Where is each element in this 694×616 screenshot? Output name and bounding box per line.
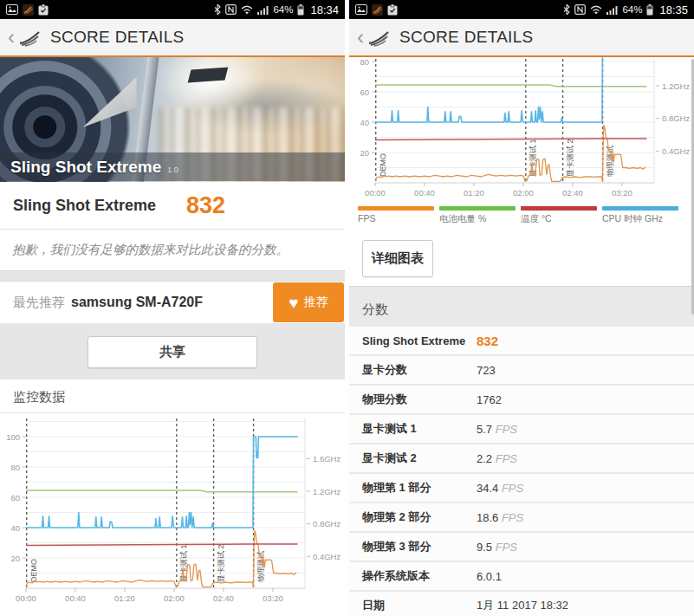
svg-text:0.4GHz: 0.4GHz: [662, 146, 690, 156]
nfc-icon: [225, 4, 237, 15]
share-button[interactable]: 共享: [88, 336, 257, 368]
row-unit: FPS: [492, 541, 517, 554]
back-icon[interactable]: ‹: [357, 27, 364, 48]
battery-icon: [297, 4, 304, 16]
signal-icon: [257, 5, 269, 15]
svg-text:00:40: 00:40: [65, 593, 86, 603]
hero-pyramid-art: [83, 77, 137, 127]
table-row: 物理第 2 部分18.6 FPS: [349, 503, 694, 531]
svg-text:0.4GHz: 0.4GHz: [313, 552, 341, 561]
row-label: 显卡分数: [349, 362, 407, 378]
row-value: 9.5 FPS: [477, 541, 517, 554]
nfc-icon: [574, 4, 586, 15]
row-label: 日期: [349, 598, 385, 613]
detail-chart-button[interactable]: 详细图表: [362, 240, 433, 277]
share-section: 共享: [0, 323, 345, 379]
svg-text:100: 100: [6, 432, 20, 442]
row-label: 物理分数: [349, 392, 407, 407]
row-label: 物理第 3 部分: [349, 539, 431, 554]
svg-text:40: 40: [10, 523, 20, 533]
scores-section-header: 分数: [349, 286, 694, 327]
row-label: 物理第 1 部分: [349, 480, 431, 496]
svg-text:02:00: 02:00: [513, 188, 534, 198]
row-unit: FPS: [498, 482, 523, 495]
legend-label: 温度 °C: [521, 213, 597, 225]
detail-chart-row: 详细图表: [349, 230, 694, 286]
battery-percent: 64%: [273, 4, 293, 15]
threedmark-icon: [372, 4, 383, 16]
status-bar: 64% 18:35: [349, 0, 694, 19]
bluetooth-icon: [563, 4, 570, 15]
svg-text:03:20: 03:20: [263, 593, 283, 603]
row-label: 显卡测试 2: [349, 451, 417, 466]
row-label: 显卡测试 1: [349, 421, 417, 437]
svg-text:00:00: 00:00: [16, 593, 36, 603]
scores-section-title: 分数: [362, 302, 388, 316]
svg-text:80: 80: [10, 463, 20, 472]
row-value: 832: [477, 334, 498, 348]
row-value: 5.7 FPS: [477, 423, 517, 436]
row-value: 2.2 FPS: [477, 452, 517, 465]
legend-label: FPS: [358, 213, 434, 224]
wifi-icon: [590, 5, 602, 15]
table-row: 物理第 1 部分34.4 FPS: [349, 474, 694, 502]
monitoring-chart: 204060800.4GHz0.8GHz1.2GHz00:0000:4001:2…: [349, 57, 694, 199]
threedmark-logo-icon: [18, 29, 42, 47]
clipboard-icon: [387, 4, 398, 16]
hero-benchmark-version: 1.0: [167, 165, 178, 174]
battery-percent: 64%: [622, 4, 642, 15]
svg-text:60: 60: [10, 493, 20, 503]
legend-item: CPU 时钟 GHz: [602, 206, 678, 230]
back-icon[interactable]: ‹: [8, 27, 15, 48]
svg-text:0.8GHz: 0.8GHz: [313, 519, 341, 528]
screenshot-canvas: 64% 18:34 ‹ SCORE DETAILS Sling Shot Ext…: [0, 0, 694, 616]
svg-text:物理测试: 物理测试: [606, 146, 614, 177]
row-unit: FPS: [492, 423, 517, 436]
right-screenshot: 64% 18:35 ‹ SCORE DETAILS 204060800.4GHz…: [349, 0, 694, 616]
recommend-device: samsung SM-A720F: [71, 295, 203, 310]
svg-text:DEMO: DEMO: [29, 559, 38, 582]
svg-text:00:40: 00:40: [414, 188, 435, 198]
monitor-section-title: 监控数据: [0, 379, 345, 413]
recommend-button[interactable]: ♥ 推荐: [273, 282, 344, 322]
app-header: ‹ SCORE DETAILS: [349, 19, 694, 55]
row-value: 18.6 FPS: [477, 511, 523, 524]
svg-text:显卡测试 2: 显卡测试 2: [217, 544, 225, 583]
row-value: 34.4 FPS: [477, 482, 523, 495]
row-value: 6.0.1: [477, 570, 502, 583]
row-label: Sling Shot Extreme: [349, 334, 465, 347]
table-row: 操作系统版本6.0.1: [349, 562, 694, 590]
legend-color-bar: [439, 206, 516, 211]
svg-text:80: 80: [360, 57, 369, 67]
table-row: Sling Shot Extreme832: [349, 327, 694, 354]
bluetooth-icon: [214, 4, 221, 15]
status-bar-clock: 18:35: [659, 3, 688, 16]
legend-color-bar: [602, 206, 678, 211]
table-row: 物理分数1762: [349, 386, 694, 413]
gallery-icon: [6, 4, 18, 15]
row-label: 物理第 2 部分: [349, 509, 431, 525]
app-header: ‹ SCORE DETAILS: [0, 19, 345, 55]
hero-benchmark-title: Sling Shot Extreme: [10, 158, 161, 177]
monitoring-chart: 204060801000.4GHz0.8GHz1.2GHz1.6GHz00:00…: [0, 413, 345, 611]
score-table: Sling Shot Extreme832显卡分数723物理分数1762显卡测试…: [349, 327, 694, 616]
threedmark-icon: [23, 4, 34, 16]
row-unit: FPS: [498, 511, 523, 524]
main-score-row: Sling Shot Extreme 832: [0, 182, 345, 230]
svg-text:02:40: 02:40: [562, 188, 583, 198]
svg-text:40: 40: [360, 118, 369, 127]
row-value: 723: [477, 364, 496, 377]
svg-text:1.2GHz: 1.2GHz: [313, 487, 341, 496]
status-bar: 64% 18:34: [0, 0, 345, 19]
svg-text:02:00: 02:00: [164, 593, 185, 603]
threedmark-logo-icon: [367, 29, 391, 47]
svg-text:03:20: 03:20: [612, 188, 632, 198]
main-score-value: 832: [186, 192, 225, 219]
row-value: 1月 11 2017 18:32: [477, 598, 568, 613]
legend-item: FPS: [358, 206, 434, 230]
svg-text:20: 20: [10, 554, 20, 563]
svg-text:物理测试: 物理测试: [256, 551, 265, 582]
left-screenshot: 64% 18:34 ‹ SCORE DETAILS Sling Shot Ext…: [0, 0, 345, 616]
table-row: 显卡分数723: [349, 356, 694, 384]
table-row: 显卡测试 15.7 FPS: [349, 415, 694, 443]
